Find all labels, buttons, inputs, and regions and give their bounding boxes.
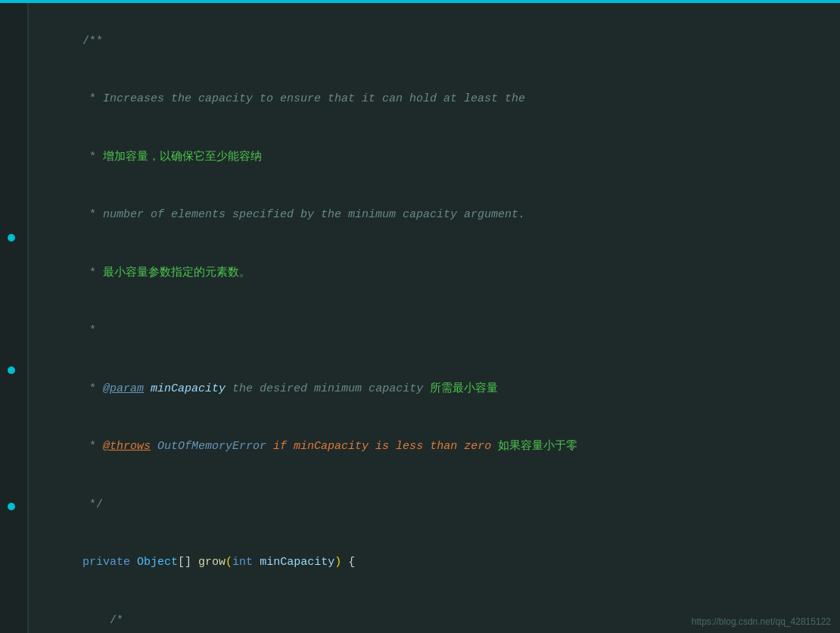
line-10: private Object[] grow(int minCapacity) {: [42, 534, 832, 592]
editor-container: /** * Increases the capacity to ensure t…: [0, 0, 840, 633]
line-4: * number of elements specified by the mi…: [42, 186, 832, 245]
line-7: * @param minCapacity the desired minimum…: [42, 360, 832, 418]
line-2: * Increases the capacity to ensure that …: [42, 70, 832, 129]
gutter-dot-1: [8, 234, 15, 242]
top-border: [0, 0, 840, 3]
code-area: /** * Increases the capacity to ensure t…: [34, 6, 840, 633]
line-6: *: [42, 302, 832, 360]
gutter-dot-3: [8, 503, 15, 510]
line-5: * 最小容量参数指定的元素数。: [42, 244, 832, 302]
watermark: https://blog.csdn.net/qq_42815122: [692, 616, 831, 627]
line-3: * 增加容量，以确保它至少能容纳: [42, 128, 832, 186]
line-8: * @throws OutOfMemoryError if minCapacit…: [42, 418, 832, 476]
line-gutter: [0, 3, 29, 633]
gutter-dot-2: [8, 366, 15, 374]
line-9: */: [42, 476, 832, 534]
line-1: /**: [42, 12, 832, 70]
